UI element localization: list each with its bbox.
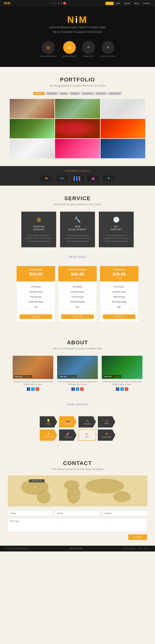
tw-icon-3[interactable]: t: [120, 387, 124, 391]
portfolio-item-7[interactable]: [10, 139, 54, 158]
portfolio-icon-item[interactable]: 💼 OUR PORTFOLIO: [39, 41, 56, 57]
process-row-1: 💡 IDEA 📦 CONTENT ✏ DESIGN { } CODE: [6, 416, 149, 428]
service-icon-circle: ⚙: [63, 41, 76, 54]
service-subtitle: We Provide Excellent Services for Our Cl…: [8, 203, 147, 206]
portfolio-item-1[interactable]: [10, 99, 54, 118]
support-icon: 🕐: [103, 216, 130, 223]
nav-work[interactable]: Work: [114, 2, 122, 5]
service-card-creative: 🖥 CREATIVEDESIGNS Duis sed odio sit amet…: [21, 212, 56, 247]
pro-f5: Ads: [58, 304, 97, 310]
contact-message-input[interactable]: [8, 518, 147, 532]
fb-icon-3[interactable]: f: [116, 387, 119, 391]
touch-icon-item[interactable]: ♥ GET IN TOUCH: [101, 41, 116, 57]
nav-contact[interactable]: Contact: [142, 2, 151, 5]
contact-title: CONTACT: [8, 460, 147, 466]
contact-subject-input[interactable]: [102, 510, 147, 516]
clients-section: FEATURED CLIENTS IB ≋≋ ▌▌▌ ◉ ✦: [0, 166, 155, 186]
process-label: WORK PROCESS: [63, 402, 92, 406]
gp-icon-1[interactable]: g: [36, 387, 39, 391]
prem-f3: 40GB Storage: [100, 294, 138, 300]
promote-label: PROMOTE: [44, 436, 53, 438]
contact-name-input[interactable]: [8, 510, 53, 516]
touch-icon-circle: ♥: [102, 41, 114, 54]
tw-icon-1[interactable]: t: [31, 387, 35, 391]
portfolio-item-2[interactable]: [55, 99, 100, 118]
contact-submit-button[interactable]: SUBMIT: [128, 534, 147, 540]
standard-period: /month: [19, 277, 53, 279]
portfolio-item-3[interactable]: [101, 99, 145, 118]
professional-features: 30 Projects Unlimited Users 15GB Storage…: [58, 282, 97, 312]
team-member-2: Atlas Eve — Designer Morbi accumsan ipsu…: [57, 356, 98, 391]
portfolio-item-6[interactable]: [101, 119, 145, 138]
nav-about[interactable]: About: [133, 2, 141, 5]
pro-f4: 50GB Bandwidth: [58, 300, 97, 304]
youtube-icon[interactable]: ▶: [58, 2, 60, 4]
filter-design[interactable]: Design: [59, 92, 68, 95]
price-card-professional: PROFESSIONAL $49.99 /month 30 Projects U…: [58, 266, 97, 322]
clients-logos: IB ≋≋ ▌▌▌ ◉ ✦: [8, 175, 147, 182]
filter-illustration[interactable]: Illustration: [95, 92, 107, 95]
client-logo-5: ✦: [102, 175, 115, 182]
content-label: CONTENT: [63, 423, 72, 425]
about-icon-item[interactable]: 👁 ABOUT US: [82, 41, 95, 57]
creative-icon: 🖥: [25, 216, 52, 223]
nav-service[interactable]: Service: [123, 2, 132, 5]
map-svg: Addr: Blue #5: [10, 476, 145, 506]
svg-point-6: [113, 491, 131, 502]
filter-logo[interactable]: Logodesign: [81, 92, 94, 95]
portfolio-item-8[interactable]: [55, 139, 100, 158]
contact-email-input[interactable]: [55, 510, 100, 516]
facebook-icon[interactable]: f: [53, 2, 53, 4]
test-icon: ▶: [86, 432, 88, 436]
professional-signup[interactable]: SIGN UP: [61, 314, 94, 319]
nav-home[interactable]: Home: [105, 2, 114, 5]
step-content: 📦 CONTENT: [59, 416, 77, 428]
filter-all[interactable]: All Works: [33, 92, 45, 95]
portfolio-item-5[interactable]: [55, 119, 100, 138]
test-label: TEST: [85, 436, 90, 438]
footer-copyright: © NiM 2013, All Right Served: [6, 548, 28, 550]
portfolio-title: PORTFOLIO: [4, 76, 151, 83]
portfolio-item-9[interactable]: [101, 139, 145, 158]
gp-icon-3[interactable]: g: [125, 387, 128, 391]
step-develope-shape: ⚗ DEVELOPE: [98, 430, 115, 441]
footer-link-1[interactable]: More Template: [124, 548, 135, 550]
standard-f4: 20GB Bandwidth: [17, 300, 55, 304]
standard-plan: STANDARD: [19, 268, 53, 271]
filter-photography[interactable]: Photography: [108, 92, 122, 95]
svg-text:Addr: Blue #5: Addr: Blue #5: [32, 480, 42, 482]
portfolio-item-4[interactable]: [10, 119, 54, 138]
nav-logo[interactable]: NiM: [4, 2, 11, 5]
step-code-shape: { } CODE: [98, 416, 115, 428]
idea-icon: 💡: [46, 419, 50, 423]
twitter-icon[interactable]: ✦: [50, 2, 52, 4]
launch-icon: 🚀: [66, 432, 70, 436]
vimeo-icon[interactable]: v: [56, 2, 57, 4]
footer-link-2[interactable]: Latest: [137, 548, 142, 550]
process-row-2: ♥ PROMOTE 🚀 LAUNCH ▶ TEST ⚗ DEVELOPE: [6, 430, 149, 441]
team-overlay-1: Atlas Eve — Designer: [14, 375, 32, 378]
step-design: ✏ DESIGN: [78, 416, 96, 428]
filter-webdesign[interactable]: Webdesign: [45, 92, 58, 95]
service-icon-item[interactable]: ⚙ OUR SERVICE: [62, 41, 77, 57]
about-section: ABOUT We Are an Enthusiastic Group of Cr…: [0, 330, 155, 398]
standard-f5: Ads: [17, 304, 55, 310]
design-label: DESIGN: [84, 423, 91, 425]
step-code: { } CODE: [98, 416, 115, 428]
tw-icon-2[interactable]: t: [76, 387, 79, 391]
standard-signup[interactable]: SIGN UP: [19, 314, 52, 319]
fb-icon-2[interactable]: f: [71, 387, 75, 391]
filter-branding[interactable]: Branding: [69, 92, 80, 95]
hero-content: NiM Awesome Minimal Creative Theme For C…: [4, 14, 151, 57]
step-develope: ⚗ DEVELOPE: [98, 430, 115, 441]
premium-signup[interactable]: SIGN UP: [103, 314, 136, 319]
price-card-premium: PREMIUM $29.99 /month 50 Projects Unlimi…: [100, 266, 139, 322]
linkedin-icon[interactable]: in: [54, 2, 55, 4]
service-card-support: 🕐 24/7SUPPORT Duis sed odio sit amet nib…: [99, 212, 134, 247]
price-table-label-wrapper: PRICE TABLE: [8, 253, 147, 263]
fb-icon-1[interactable]: f: [27, 387, 30, 391]
about-title: ABOUT: [8, 340, 147, 346]
gp-icon-2[interactable]: g: [80, 387, 84, 391]
rss-icon[interactable]: ◉: [61, 2, 62, 4]
footer-link-3[interactable]: Nov 15: [144, 548, 149, 550]
